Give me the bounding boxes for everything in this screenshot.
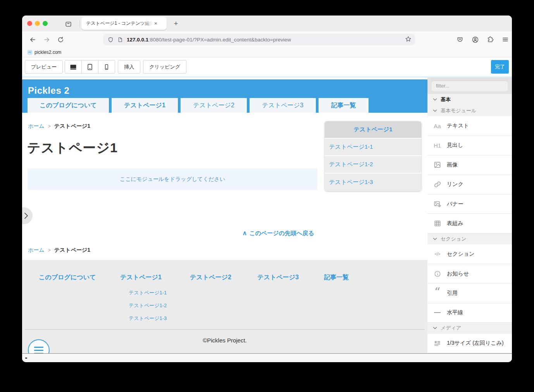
device-preview-group — [65, 60, 115, 74]
panel-expand-button[interactable] — [22, 207, 33, 224]
nav-test-page-2[interactable]: テストページ2 — [181, 98, 247, 113]
side-nav-current[interactable]: テストページ1 — [325, 121, 421, 139]
minimize-window-button[interactable] — [35, 21, 40, 26]
text-icon: Aa — [432, 123, 442, 129]
nav-article-list[interactable]: 記事一覧 — [319, 98, 369, 113]
module-item-text[interactable]: Aa テキスト — [427, 116, 512, 136]
module-item-table[interactable]: 表組み — [427, 214, 512, 233]
module-item-image[interactable]: 画像 — [427, 155, 512, 175]
image-icon — [432, 161, 442, 168]
module-item-one-third-left-wrap[interactable]: 1/3サイズ (左回りこみ) — [427, 334, 512, 353]
account-icon[interactable] — [470, 34, 480, 45]
back-button[interactable] — [28, 34, 38, 45]
done-button[interactable]: 完了 — [491, 60, 509, 74]
insert-button[interactable]: 挿入 — [118, 60, 140, 74]
clipping-button[interactable]: クリッピング — [143, 60, 186, 74]
tab-title: テストページ1 - コンテンツ編集 - Pick — [86, 20, 153, 27]
nav-test-page-1[interactable]: テストページ1 — [112, 98, 178, 113]
preview-button[interactable]: プレビュー — [25, 60, 63, 74]
side-nav-item-1-1[interactable]: テストページ1-1 — [325, 139, 421, 156]
side-nav-item-1-3[interactable]: テストページ1-3 — [325, 174, 421, 191]
forward-button[interactable] — [41, 34, 52, 45]
module-item-horizontal-rule[interactable]: 水平線 — [427, 303, 512, 323]
drop-hint-text: ここにモジュールをドラッグしてください — [120, 176, 225, 183]
site-title[interactable]: Pickles 2 — [22, 79, 427, 96]
page-info-icon[interactable] — [117, 37, 123, 43]
footer-breadcrumb: ホーム > テストページ1 — [28, 247, 427, 254]
module-item-section[interactable]: </> セクション — [427, 244, 512, 264]
footer-breadcrumb-home-link[interactable]: ホーム — [28, 247, 45, 254]
module-drop-area[interactable]: ここにモジュールをドラッグしてください — [28, 168, 317, 190]
bookmark-pickles2[interactable]: pickles2.com — [34, 50, 61, 55]
breadcrumb-home-link[interactable]: ホーム — [28, 123, 45, 130]
copyright: ©Pickles Project. — [22, 337, 427, 344]
footer-breadcrumb-separator: > — [48, 248, 51, 253]
module-palette: 基本 基本モジュール Aa テキスト H1 見出し 画像 — [427, 77, 512, 353]
palette-header-section[interactable]: セクション — [427, 234, 512, 245]
zoom-window-button[interactable] — [43, 21, 48, 26]
chevron-right-icon — [24, 212, 28, 219]
phone-icon — [103, 63, 110, 71]
footer-nav-test-page-2[interactable]: テストページ2 — [190, 274, 231, 280]
firefox-view-icon[interactable] — [64, 19, 72, 28]
pocket-icon[interactable] — [455, 34, 465, 45]
footer-nav-test-page-3[interactable]: テストページ3 — [257, 274, 299, 280]
up-chevron-icon: ∧ — [242, 230, 247, 236]
float-layout-icon — [432, 340, 442, 347]
tab-close-icon[interactable]: × — [154, 21, 157, 26]
tablet-preview-button[interactable] — [81, 60, 98, 74]
url-bar[interactable]: 127.0.0.1:8080/test-page-01/?PX=admin.ed… — [103, 34, 415, 45]
desktop-preview-button[interactable] — [65, 60, 82, 74]
active-tab[interactable]: テストページ1 - コンテンツ編集 - Pick × — [81, 17, 167, 30]
footer-subnav-item-1-1[interactable]: テストページ1-1 — [129, 289, 190, 302]
content-area: Pickles 2 このブログについて テストページ1 テストページ2 テストペ… — [22, 77, 512, 353]
heading-icon: H1 — [432, 142, 442, 149]
mobile-preview-button[interactable] — [98, 60, 115, 74]
footer-subnav-item-1-3[interactable]: テストページ1-3 — [129, 315, 190, 328]
footer-breadcrumb-current: テストページ1 — [54, 247, 90, 254]
palette-header-media[interactable]: メディア — [427, 323, 512, 334]
bookmarks-bar: P2 pickles2.com — [22, 48, 512, 57]
close-window-button[interactable] — [27, 21, 32, 26]
banner-icon — [432, 200, 442, 208]
module-item-quote[interactable]: “ 引用 — [427, 284, 512, 303]
module-item-link[interactable]: リンク — [427, 175, 512, 194]
shield-icon[interactable] — [108, 37, 114, 43]
filter-input[interactable] — [431, 80, 508, 91]
reload-button[interactable] — [55, 34, 65, 45]
footer-nav-test-page-1[interactable]: テストページ1 — [120, 274, 162, 280]
code-icon: </> — [432, 251, 442, 257]
palette-header-basic-modules[interactable]: 基本モジュール — [427, 105, 512, 117]
module-item-notice[interactable]: お知らせ — [427, 264, 512, 284]
url-text: 127.0.0.1:8080/test-page-01/?PX=admin.ed… — [127, 37, 291, 43]
module-item-heading[interactable]: H1 見出し — [427, 136, 512, 155]
page-preview: Pickles 2 このブログについて テストページ1 テストページ2 テストペ… — [22, 77, 427, 353]
footer-nav-article-list[interactable]: 記事一覧 — [324, 274, 349, 280]
side-nav-item-1-2[interactable]: テストページ1-2 — [325, 156, 421, 174]
footer-subnav-item-1-2[interactable]: テストページ1-2 — [129, 302, 190, 315]
footer-subnav: テストページ1-1 テストページ1-2 テストページ1-3 — [120, 289, 190, 328]
bookmark-star-icon[interactable] — [405, 36, 412, 42]
nav-test-page-3[interactable]: テストページ3 — [250, 98, 316, 113]
footer-nav-about-blog[interactable]: このブログについて — [39, 274, 96, 280]
palette-filter — [427, 77, 512, 94]
chevron-down-icon — [433, 98, 437, 101]
menu-hamburger-icon[interactable] — [500, 34, 510, 45]
footer-nav: このブログについて テストページ1 テストページ1-1 テストページ1-2 テス… — [22, 260, 427, 328]
nav-about-blog[interactable]: このブログについて — [28, 98, 109, 113]
global-nav: このブログについて テストページ1 テストページ2 テストページ3 記事一覧 — [28, 98, 369, 113]
tab-bar: テストページ1 - コンテンツ編集 - Pick × + — [22, 15, 512, 31]
chevron-down-icon — [433, 327, 437, 330]
palette-header-basic[interactable]: 基本 — [427, 94, 512, 105]
new-tab-button[interactable]: + — [171, 19, 181, 29]
chevron-down-icon — [433, 237, 437, 241]
site-header: Pickles 2 このブログについて テストページ1 テストページ2 テストペ… — [22, 79, 427, 113]
back-to-top-link[interactable]: ∧このページの先頭へ戻る — [129, 229, 427, 237]
monitor-icon — [69, 63, 78, 71]
extensions-puzzle-icon[interactable] — [485, 34, 495, 45]
module-item-banner[interactable]: バナー — [427, 194, 512, 214]
page-footer: このブログについて テストページ1 テストページ1-1 テストページ1-2 テス… — [22, 260, 427, 353]
breadcrumb-current: テストページ1 — [54, 123, 90, 130]
link-icon — [432, 181, 442, 188]
local-side-nav: テストページ1 テストページ1-1 テストページ1-2 テストページ1-3 — [325, 121, 421, 191]
